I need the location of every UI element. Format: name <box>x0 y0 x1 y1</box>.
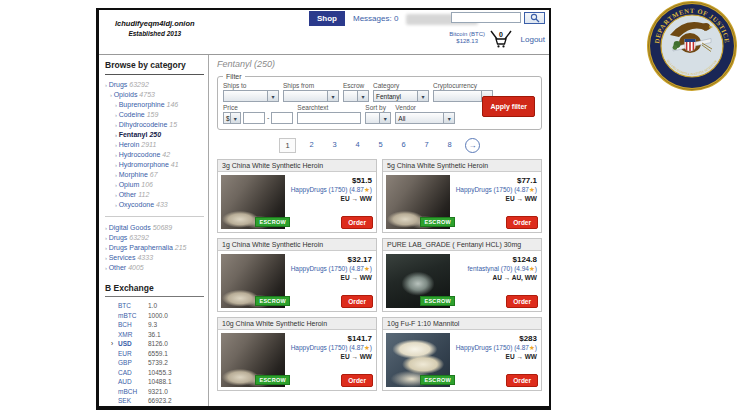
order-button[interactable]: Order <box>341 216 373 229</box>
product-price: $283 <box>455 334 537 343</box>
order-button[interactable]: Order <box>506 216 538 229</box>
category-select[interactable]: Fentanyl▾ <box>373 90 429 102</box>
sidebar-category[interactable]: Fentanyl 250 <box>105 130 204 140</box>
page-number[interactable]: 8 <box>442 138 457 153</box>
rating-close: ) <box>370 344 372 351</box>
sidebar-category[interactable]: Opium 106 <box>105 180 204 190</box>
order-button[interactable]: Order <box>341 295 373 308</box>
price-min-input[interactable] <box>243 112 265 124</box>
exchange-rate-row: SEK66923.2 <box>105 396 204 406</box>
currency-code[interactable]: EUR <box>118 349 148 359</box>
page-number[interactable]: 7 <box>419 138 434 153</box>
product-title[interactable]: 3g China White Synthetic Heroin <box>218 160 376 172</box>
vendor-link[interactable]: fentastynal (70) (4.94★) <box>455 265 537 273</box>
currency-code[interactable]: NOK <box>118 406 148 407</box>
product-image[interactable]: ESCROW <box>386 175 450 229</box>
escrow-select[interactable]: ▾ <box>343 90 369 102</box>
product-image[interactable]: ESCROW <box>221 333 285 387</box>
price-max-input[interactable] <box>271 112 293 124</box>
product-image[interactable]: ESCROW <box>386 333 450 387</box>
sidebar-category[interactable]: Dihydrocodeine 15 <box>105 120 204 130</box>
page-number[interactable]: 1 <box>279 138 296 153</box>
currency-code[interactable]: GBP <box>118 358 148 368</box>
currency-code[interactable]: XMR <box>118 330 148 340</box>
order-button[interactable]: Order <box>506 374 538 387</box>
sidebar-category[interactable]: Heroin 2911 <box>105 140 204 150</box>
rating-close: ) <box>370 265 372 272</box>
currency-code[interactable]: mBTC <box>118 311 148 321</box>
sidebar-category[interactable]: Digital Goods 50689 <box>105 223 204 233</box>
page-number[interactable]: 4 <box>350 138 365 153</box>
apply-filter-button[interactable]: Apply filter <box>482 96 535 117</box>
searchtext-input[interactable] <box>297 112 361 124</box>
sidebar-category[interactable]: Drugs Paraphernalia 215 <box>105 243 204 253</box>
page-number[interactable]: 2 <box>304 138 319 153</box>
vendor-link[interactable]: HappyDrugs (1750) (4.87★) <box>290 265 372 273</box>
currency-code[interactable]: BCH <box>118 320 148 330</box>
vendor-link[interactable]: HappyDrugs (1750) (4.87★) <box>290 186 372 194</box>
sidebar-category[interactable]: Buprenorphine 146 <box>105 100 204 110</box>
category-label: Drugs <box>109 81 128 88</box>
exchange-rate-row: BCH9.3 <box>105 320 204 330</box>
product-image[interactable]: ESCROW <box>221 254 285 308</box>
sidebar-category[interactable]: Hydromorphone 41 <box>105 160 204 170</box>
sidebar-category[interactable]: Opioids 4753 <box>105 90 204 100</box>
sidebar-category[interactable]: Services 4333 <box>105 253 204 263</box>
product-price: $32.17 <box>290 255 372 264</box>
messages-link[interactable]: Messages: 0 <box>353 14 398 23</box>
vendor-select[interactable]: All▾ <box>395 112 455 124</box>
product-info: $283 HappyDrugs (1750) (4.87★) EU → WW <box>455 330 541 360</box>
vendor-name: fentastynal (70) <box>468 265 513 272</box>
sidebar-category[interactable]: Codeine 159 <box>105 110 204 120</box>
next-page-button[interactable]: → <box>465 138 480 153</box>
currency-code[interactable]: AUD <box>118 377 148 387</box>
arrow-right-icon: → <box>469 141 477 150</box>
currency-code[interactable]: SEK <box>118 396 148 406</box>
ships-from-select[interactable]: ▾ <box>283 90 339 102</box>
vendor-link[interactable]: HappyDrugs (1750) (4.87★) <box>455 344 537 352</box>
sidebar-category[interactable]: Other 4005 <box>105 263 204 273</box>
currency-code[interactable]: mBCH <box>118 387 148 397</box>
category-count: 2911 <box>141 141 156 148</box>
sidebar-category[interactable]: Oxycodone 433 <box>105 200 204 210</box>
product-title[interactable]: PURE LAB_GRADE ( Fentanyl HCL) 30mg <box>383 239 541 251</box>
page-number-list: 12345678 <box>279 138 457 153</box>
currency-code[interactable]: BTC <box>118 301 148 311</box>
sidebar-category[interactable]: Morphine 67 <box>105 170 204 180</box>
sidebar-category[interactable]: Hydrocodone 42 <box>105 150 204 160</box>
ships-to-select[interactable]: ▾ <box>223 90 279 102</box>
price-currency-select[interactable]: $▾ <box>223 112 241 124</box>
sidebar-category[interactable]: Drugs 63292 <box>105 233 204 243</box>
logout-link[interactable]: Logout <box>521 35 545 44</box>
sort-by-select[interactable]: ▾ <box>365 112 391 124</box>
page-number[interactable]: 5 <box>373 138 388 153</box>
order-button[interactable]: Order <box>341 374 373 387</box>
category-count: 159 <box>147 111 159 118</box>
page-number[interactable]: 3 <box>327 138 342 153</box>
shop-button[interactable]: Shop <box>309 11 345 26</box>
category-count: 250 <box>149 131 161 138</box>
search-button[interactable] <box>524 12 545 24</box>
currency-code[interactable]: CAD <box>118 368 148 378</box>
exchange-rate-row: CAD10455.3 <box>105 368 204 378</box>
cart-icon[interactable]: 0 <box>489 29 513 48</box>
product-title[interactable]: 1g China White Synthetic Heroin <box>218 239 376 251</box>
order-button[interactable]: Order <box>506 295 538 308</box>
product-image[interactable]: ESCROW <box>386 254 450 308</box>
sidebar-category[interactable]: Drugs 63292 <box>105 80 204 90</box>
category-label: Other <box>109 264 127 271</box>
product-title[interactable]: 10g China White Synthetic Heroin <box>218 318 376 330</box>
product-card: PURE LAB_GRADE ( Fentanyl HCL) 30mg ESCR… <box>382 238 542 312</box>
product-title[interactable]: 10g Fu-F 1:10 Mannitol <box>383 318 541 330</box>
vendor-link[interactable]: HappyDrugs (1750) (4.87★) <box>455 186 537 194</box>
search-input[interactable] <box>451 12 521 23</box>
exchange-rate-row: NOK62882.7 <box>105 406 204 407</box>
product-title[interactable]: 5g China White Synthetic Heroin <box>383 160 541 172</box>
sidebar-category[interactable]: Other 112 <box>105 190 204 200</box>
page-number[interactable]: 6 <box>396 138 411 153</box>
sidebar: Browse by category Drugs 63292 Opioids 4… <box>99 55 209 406</box>
vendor-link[interactable]: HappyDrugs (1750) (4.87★) <box>290 344 372 352</box>
currency-code[interactable]: USD <box>118 339 148 349</box>
chevron-down-icon: ▾ <box>230 113 240 123</box>
product-image[interactable]: ESCROW <box>221 175 285 229</box>
